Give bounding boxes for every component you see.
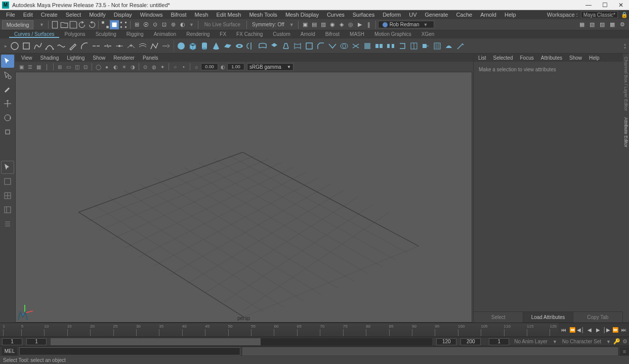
- shelf-tab-fx-caching[interactable]: FX Caching: [231, 31, 268, 38]
- viewport-persp[interactable]: persp: [15, 72, 472, 323]
- grid-toggle-icon[interactable]: ⊞: [56, 63, 64, 71]
- arc-tool-icon[interactable]: [79, 40, 90, 52]
- xray-icon[interactable]: ◍: [150, 63, 158, 71]
- range-start-input[interactable]: [26, 338, 47, 345]
- menu-set-selector[interactable]: Modeling: [2, 20, 33, 29]
- nurbs-cylinder-icon[interactable]: [199, 40, 210, 52]
- attr-menu-attributes[interactable]: Attributes: [537, 55, 566, 61]
- lasso-tool[interactable]: [1, 69, 14, 82]
- undo-icon[interactable]: [78, 20, 87, 29]
- panel-menu-panels[interactable]: Panels: [139, 55, 162, 61]
- wireframe-icon[interactable]: ◯: [94, 63, 102, 71]
- anim-end-input[interactable]: [460, 338, 481, 345]
- window-close-button[interactable]: ✕: [615, 1, 627, 9]
- cv-curve-icon[interactable]: [32, 40, 44, 52]
- sidebar-toggle-a-icon[interactable]: ▦: [577, 20, 586, 29]
- gamma-input[interactable]: [227, 63, 244, 70]
- go-to-end-icon[interactable]: ⏭: [619, 325, 628, 336]
- render-settings-icon[interactable]: ▥: [319, 20, 328, 29]
- nurbs-square-icon[interactable]: [21, 40, 32, 52]
- attr-menu-selected[interactable]: Selected: [490, 55, 517, 61]
- attach-curve-icon[interactable]: [91, 40, 102, 52]
- last-tool-icon[interactable]: [1, 161, 14, 174]
- move-tool[interactable]: [1, 97, 14, 110]
- attach-surface-icon[interactable]: [373, 40, 385, 52]
- smooth-shade-icon[interactable]: ●: [103, 63, 111, 71]
- paint-select-tool[interactable]: [1, 83, 14, 96]
- nurbs-plane-icon[interactable]: [222, 40, 233, 52]
- step-forward-frame-icon[interactable]: │▶: [602, 325, 611, 336]
- shelf-scroll-down-icon[interactable]: ▼: [623, 46, 627, 50]
- nurbs-torus-icon[interactable]: [234, 40, 245, 52]
- new-scene-icon[interactable]: [51, 20, 60, 29]
- pencil-curve-icon[interactable]: [67, 40, 78, 52]
- layout-outliner-icon[interactable]: [1, 203, 14, 216]
- user-account-badge[interactable]: Rob Redman ▼: [378, 21, 435, 28]
- select-object-icon[interactable]: [110, 20, 119, 29]
- live-surface-label[interactable]: No Live Surface: [200, 22, 244, 27]
- window-maximize-button[interactable]: ☐: [599, 1, 611, 9]
- boundary-icon[interactable]: [304, 40, 315, 52]
- shelf-tab-custom[interactable]: Custom: [268, 31, 295, 38]
- layout-four-icon[interactable]: [1, 189, 14, 202]
- layout-list-icon[interactable]: [1, 217, 14, 231]
- field-chart-icon[interactable]: ⊡: [81, 63, 90, 71]
- step-forward-key-icon[interactable]: ⏩: [611, 325, 619, 336]
- panel-menu-shading[interactable]: Shading: [36, 55, 63, 61]
- menu-item-select[interactable]: Select: [62, 12, 86, 18]
- window-minimize-button[interactable]: —: [582, 1, 595, 9]
- range-end-input[interactable]: [436, 338, 456, 345]
- layout-single-icon[interactable]: [1, 175, 14, 188]
- offset-curve-icon[interactable]: [137, 40, 148, 52]
- attr-menu-help[interactable]: Help: [585, 55, 603, 61]
- rebuild-curve-icon[interactable]: [149, 40, 160, 52]
- rebuild-surface-icon[interactable]: [432, 40, 443, 52]
- hypershade-icon[interactable]: ◉: [328, 20, 337, 29]
- shelf-tab-curves-surfaces[interactable]: Curves / Surfaces: [9, 31, 59, 38]
- menu-item-modify[interactable]: Modify: [85, 12, 109, 18]
- redo-icon[interactable]: [87, 20, 96, 29]
- panel-menu-show[interactable]: Show: [89, 55, 109, 61]
- menu-item-create[interactable]: Create: [37, 12, 62, 18]
- go-to-start-icon[interactable]: ⏮: [559, 325, 568, 336]
- light-editor-icon[interactable]: ◎: [346, 20, 355, 29]
- cmd-language-label[interactable]: MEL: [2, 347, 17, 355]
- current-frame-input[interactable]: [489, 338, 509, 345]
- menu-item-arnold[interactable]: Arnold: [476, 12, 500, 18]
- menu-item-surfaces[interactable]: Surfaces: [349, 12, 379, 18]
- project-curve-icon[interactable]: [327, 40, 338, 52]
- color-space-selector[interactable]: sRGB gamma ▼: [247, 63, 293, 71]
- menu-item-uv[interactable]: UV: [405, 12, 421, 18]
- symmetry-toggle[interactable]: Symmetry: Off: [249, 22, 287, 27]
- auto-key-icon[interactable]: 🔑: [613, 338, 621, 345]
- anim-layer-selector[interactable]: No Anim Layer: [511, 339, 551, 344]
- shelf-tab-arnold[interactable]: Arnold: [296, 31, 320, 38]
- open-scene-icon[interactable]: [60, 20, 69, 29]
- planar-icon[interactable]: [269, 40, 280, 52]
- settings-icon[interactable]: ⚙: [618, 20, 627, 29]
- attr-menu-show[interactable]: Show: [566, 55, 585, 61]
- snap-curve-icon[interactable]: ⦿: [142, 20, 151, 29]
- attr-copy-tab-button[interactable]: Copy Tab: [573, 312, 623, 323]
- snap-point-icon[interactable]: ⊙: [151, 20, 160, 29]
- isolate-icon[interactable]: ⊙: [141, 63, 149, 71]
- menu-item-edit-mesh[interactable]: Edit Mesh: [213, 12, 245, 18]
- use-lights-icon[interactable]: ☀: [120, 63, 128, 71]
- menu-item-edit[interactable]: Edit: [19, 12, 37, 18]
- snap-plane-icon[interactable]: ⊡: [160, 20, 169, 29]
- play-backward-icon[interactable]: ◀: [585, 325, 594, 336]
- step-back-frame-icon[interactable]: ◀│: [576, 325, 585, 336]
- exposure-icon[interactable]: ☼: [192, 63, 200, 71]
- shelf-tab-polygons[interactable]: Polygons: [59, 31, 90, 38]
- dot-icon[interactable]: •: [180, 63, 188, 71]
- nurbs-cube-icon[interactable]: [187, 40, 198, 52]
- snap-live-icon[interactable]: ⊚: [169, 20, 178, 29]
- ep-curve-icon[interactable]: [44, 40, 55, 52]
- menu-item-mesh-display[interactable]: Mesh Display: [281, 12, 323, 18]
- render-icon[interactable]: ▣: [301, 20, 310, 29]
- shelf-tab-motion-graphics[interactable]: Motion Graphics: [369, 31, 416, 38]
- shelf-tab-xgen[interactable]: XGen: [416, 31, 440, 38]
- menu-item-mesh-tools[interactable]: Mesh Tools: [245, 12, 281, 18]
- anim-start-input[interactable]: [2, 338, 22, 345]
- bar-icon[interactable]: │: [43, 63, 51, 71]
